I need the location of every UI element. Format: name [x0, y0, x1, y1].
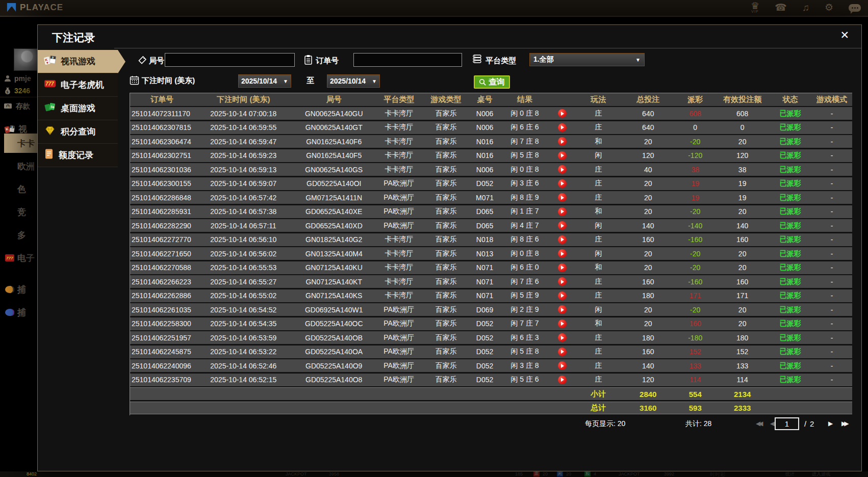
chat-icon[interactable] [849, 3, 861, 12]
tab-电子老虎机[interactable]: 777电子老虎机 [38, 73, 118, 97]
cell-6: 闲 4 庄 7 [500, 219, 549, 232]
prev-page-button[interactable]: ◀ [770, 420, 775, 427]
cell-0: 251014062251957 [130, 331, 194, 344]
play-button[interactable] [558, 221, 567, 230]
cell-10: -20 [675, 247, 716, 260]
play-button[interactable] [558, 137, 567, 146]
cell-3: 卡卡湾厅 [375, 149, 423, 162]
cell-1: 2025-10-14 06:57:38 [194, 205, 293, 218]
table-row: 2510140723111702025-10-14 07:00:18GN0062… [130, 107, 852, 120]
tab-桌面游戏[interactable]: S6桌面游戏 [38, 97, 118, 120]
play-button[interactable] [558, 179, 567, 188]
page-number-input[interactable] [775, 417, 799, 430]
play-button[interactable] [558, 320, 567, 328]
play-cell [549, 149, 575, 162]
header-cell: 局号 [293, 93, 375, 106]
table-row: 2510140622662232025-10-14 06:55:27GN0712… [130, 275, 852, 288]
play-button[interactable] [558, 292, 567, 300]
header-cell: 派彩 [675, 93, 716, 106]
status-fragment: 8402 [27, 471, 37, 477]
username-row: pmje [4, 74, 31, 83]
cell-3: 卡卡湾厅 [375, 107, 423, 120]
cell-12: 已派彩 [769, 289, 811, 302]
play-button[interactable] [558, 165, 567, 174]
cell-1: 2025-10-14 06:52:46 [194, 359, 293, 372]
service-icon[interactable]: ☎ [775, 3, 787, 12]
to-label: 至 [307, 76, 314, 86]
round-no-input[interactable] [165, 53, 295, 67]
play-button[interactable] [558, 277, 567, 286]
play-button[interactable] [558, 376, 567, 384]
cell-8: 和 [575, 317, 621, 330]
tab-额度记录[interactable]: 额度记录 [38, 144, 118, 167]
cell-4: 百家乐 [423, 346, 469, 358]
cell-12: 已派彩 [769, 275, 811, 288]
cell-1: 2025-10-14 06:53:22 [194, 346, 293, 358]
header-cell: 桌号 [469, 93, 501, 106]
play-cell [549, 275, 575, 288]
summary-cell [549, 388, 575, 400]
cell-13: - [811, 359, 852, 372]
platform-type-select[interactable]: 1.全部 ▼ [529, 53, 645, 66]
settings-icon[interactable]: ⚙ [825, 3, 833, 12]
date-from-select[interactable]: 2025/10/14 ▼ [238, 74, 291, 88]
close-icon[interactable]: ✕ [840, 29, 849, 41]
cell-11: 171 [716, 289, 769, 302]
play-button[interactable] [558, 235, 567, 244]
play-cell [549, 303, 575, 316]
cell-11: 20 [716, 303, 769, 316]
play-button[interactable] [558, 123, 567, 132]
header-cell: 总投注 [621, 93, 675, 106]
play-button[interactable] [558, 263, 567, 272]
play-button[interactable] [558, 348, 567, 356]
table-row: 2510140623010362025-10-14 06:59:13GN0062… [130, 163, 852, 176]
cell-8: 闲 [575, 247, 621, 260]
play-button[interactable] [558, 361, 567, 370]
summary-cell [549, 402, 575, 414]
play-button[interactable] [558, 207, 567, 216]
summary-cell [469, 402, 501, 414]
play-cell [549, 331, 575, 344]
cell-11: 608 [716, 107, 769, 120]
cell-1: 2025-10-14 06:59:07 [194, 177, 293, 190]
tab-积分查询[interactable]: 积分查询 [38, 120, 118, 144]
play-button[interactable] [558, 333, 567, 342]
cell-2: GN01325A140M4 [293, 247, 375, 260]
lobby-menu-label: 多 [17, 229, 26, 241]
vip-icon[interactable]: ♛VIP [751, 1, 759, 13]
cell-3: PA欧洲厅 [375, 205, 423, 218]
play-button[interactable] [558, 305, 567, 314]
search-button[interactable]: 查询 [474, 75, 510, 89]
cell-6: 闲 3 庄 6 [500, 177, 549, 190]
cell-11: 20 [716, 247, 769, 260]
play-button[interactable] [558, 249, 567, 258]
status-fragment: 20 [566, 471, 571, 477]
cell-1: 2025-10-14 06:54:35 [194, 317, 293, 330]
cell-11: 160 [716, 233, 769, 246]
play-button[interactable] [558, 151, 567, 160]
tab-视讯游戏[interactable]: K♥9视讯游戏 [38, 50, 118, 73]
brand-logo[interactable]: PLAYACE [6, 2, 63, 13]
next-page-button[interactable]: ▶ [828, 420, 833, 427]
first-page-button[interactable]: ◀◀ [756, 420, 761, 427]
play-button[interactable] [558, 109, 567, 118]
play-button[interactable] [558, 193, 567, 202]
date-to-select[interactable]: 2025/10/14 ▼ [327, 74, 380, 88]
order-no-input[interactable] [353, 53, 462, 67]
cell-0: 251014062272770 [130, 233, 194, 246]
calendar-icon [130, 75, 139, 87]
cell-10: -120 [675, 149, 716, 162]
tab-label: 视讯游戏 [61, 56, 95, 67]
cell-3: PA欧洲厅 [375, 374, 423, 386]
music-icon[interactable]: ♫ [802, 3, 809, 12]
slot-icon: 777 [44, 79, 56, 91]
balance-row: $ 3246 [4, 87, 30, 95]
cell-8: 庄 [575, 163, 621, 176]
cell-13: - [811, 331, 852, 344]
deposit-row[interactable]: $ 存款 [4, 102, 30, 111]
cell-11: 114 [716, 374, 769, 386]
svg-text:$: $ [7, 90, 9, 94]
cell-0: 251014062245875 [130, 346, 194, 358]
table-row: 2510140622519572025-10-14 06:53:59GD0522… [130, 331, 852, 344]
last-page-button[interactable]: ▶▶ [841, 420, 847, 427]
